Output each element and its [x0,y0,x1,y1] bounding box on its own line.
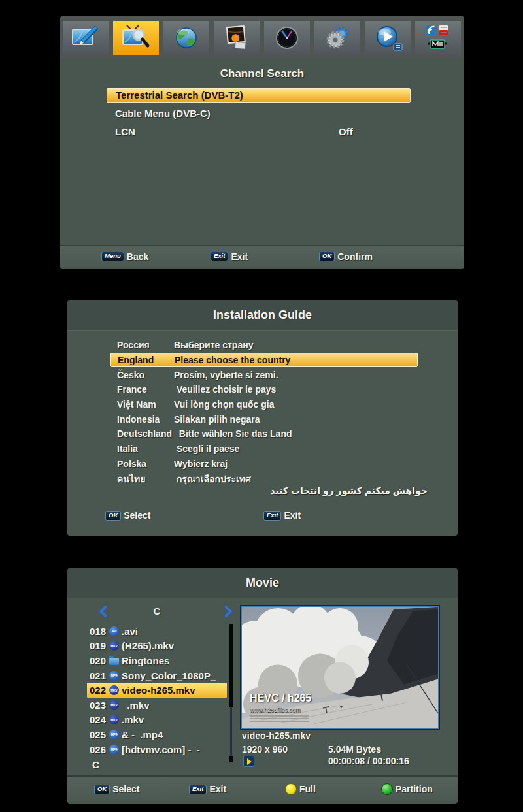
channel-search-icon [120,24,152,52]
file-row[interactable]: 026 MP4 [hdtvmv.com] - - [87,742,227,757]
toolbar-item-time[interactable] [264,21,310,55]
main-menu-toolbar [60,16,464,59]
key-hint-bar: Menu Back Exit Exit OK Confirm [60,245,464,267]
country-row[interactable]: France Veuillez choisir le pays [110,382,418,397]
file-row[interactable]: 024 MKV .mkv [87,713,227,728]
yellow-key-icon [285,783,297,795]
file-info-name: video-h265.mkv [242,730,311,741]
ok-key-badge: OK [319,252,335,261]
play-status-icon [243,756,254,767]
country-row[interactable]: Polska Wybierz kraj [110,457,418,472]
channel-search-panel: Channel Search Terrestrial Search (DVB-T… [60,16,464,269]
file-type-icon: MP4 [109,730,119,739]
file-info-size: 5.04M Bytes [328,744,381,755]
country-message: กรุณาเลือกประเทศ [174,472,251,486]
file-name: video-h265.mkv [122,685,195,696]
country-message: Bitte wählen Sie das Land [174,429,292,439]
drive-navigator: C [87,604,227,621]
file-info-time: 00:00:08 / 00:00:16 [328,756,409,766]
file-row[interactable]: 023 MKV .mkv [87,698,227,713]
file-type-icon: MKV [109,700,119,710]
toolbar-item-network[interactable] [163,21,209,55]
country-row[interactable]: Italia Scegli il paese [110,442,418,457]
exit-hint[interactable]: Exit Exit [211,252,248,262]
file-row[interactable]: 022 MKV video-h265.mkv [87,683,227,698]
next-arrow-icon[interactable] [222,606,233,617]
preview-watermark-title: HEVC / h265 [250,692,311,704]
video-preview: HEVC / h265 www.h265files.com [241,606,439,729]
brand-logo-icon [428,40,447,48]
toolbar-item-picture[interactable] [214,21,260,55]
panel-header: Installation Guide [67,300,458,331]
country-row[interactable]: Deutschland Bitte wählen Sie das Land [110,427,418,442]
exit-hint[interactable]: Exit Exit [189,784,226,794]
toolbar-item-channel-search[interactable] [113,21,159,55]
country-name: Indonesia [117,414,174,425]
file-number: 024 [90,714,107,725]
file-number: 018 [90,626,107,637]
country-name: Việt Nam [117,399,174,410]
full-label: Full [299,784,316,794]
installation-guide-panel: Installation Guide Россия Выберите стран… [67,300,458,536]
country-row[interactable]: Россия Выберите страну [110,338,418,353]
file-name: & - .mp4 [122,729,163,740]
country-row[interactable]: Việt Nam Vui lòng chọn quốc gia [110,397,418,412]
file-row[interactable]: 019 MKV (H265).mkv [87,639,227,654]
preview-watermark-url: www.h265files.com [250,707,300,713]
file-name: .mkv [122,714,144,725]
exit-key-badge: Exit [189,785,207,794]
select-label: Select [112,784,139,794]
toolbar-item-web-apps[interactable] [415,21,461,55]
ok-select-hint[interactable]: OK Select [105,510,151,521]
ok-select-hint[interactable]: OK Select [94,784,140,794]
file-number: 020 [90,655,107,666]
edit-program-icon [70,24,101,52]
file-number: 026 [90,744,107,755]
exit-label: Exit [209,784,226,794]
partition-label: Partition [396,784,433,794]
file-type-icon: AVI [109,626,119,636]
file-row[interactable]: 020 Ringtones [87,653,227,668]
menu-item-label: Cable Menu (DVB-C) [115,108,211,119]
country-row[interactable]: England Please choose the country [110,353,418,368]
ok-confirm-hint[interactable]: OK Confirm [319,252,373,262]
screen: Channel Search Terrestrial Search (DVB-T… [0,0,523,812]
menu-item[interactable]: Terrestrial Search (DVB-T2) [107,88,411,103]
green-key-hint[interactable]: Partition [381,783,433,795]
file-type-icon: MP4 [109,671,119,681]
toolbar-item-edit-program[interactable] [63,21,109,55]
toolbar-item-media-player[interactable] [365,21,411,55]
page-title: Movie [67,568,458,598]
exit-key-badge: Exit [211,252,228,261]
key-hint-row: OK Select Exit Exit [67,507,458,524]
menu-item[interactable]: Cable Menu (DVB-C) [107,106,411,125]
file-number: 021 [90,670,107,681]
ok-key-badge: OK [105,511,121,521]
exit-hint[interactable]: Exit Exit [263,510,301,521]
menu-back-hint[interactable]: Menu Back [101,252,148,262]
file-name: Ringtones [122,655,169,666]
yellow-key-hint[interactable]: Full [285,783,316,795]
drive-label: C [87,606,227,617]
country-row[interactable]: Indonesia Silakan pilih negara [110,412,418,427]
menu-item-value: Off [339,125,353,139]
country-message: Please choose the country [175,355,290,365]
file-row[interactable]: 025 MP4 & - .mp4 [87,727,227,742]
toolbar-item-settings[interactable] [314,21,360,55]
file-row[interactable]: 018 AVI .avi [87,624,227,639]
page-title: Installation Guide [67,300,458,330]
country-row[interactable]: Česko Prosím, vyberte si zemi. [110,367,418,382]
file-number: 025 [90,729,107,740]
file-type-icon: MKV [109,715,119,724]
file-number: 019 [90,640,107,651]
file-number: 023 [90,700,107,711]
menu-item[interactable]: LCN Off [107,125,411,143]
country-name: Polska [117,459,174,469]
menu-key-badge: Menu [101,252,124,261]
exit-label: Exit [231,252,248,262]
country-row[interactable]: คนไทย กรุณาเลือกประเทศ [110,471,418,486]
file-type-icon [109,658,119,665]
scrollbar-thumb[interactable] [229,624,233,707]
file-row[interactable]: 021 MP4 Sony_Color_1080P_ [87,668,227,683]
country-name: Italia [117,444,174,454]
